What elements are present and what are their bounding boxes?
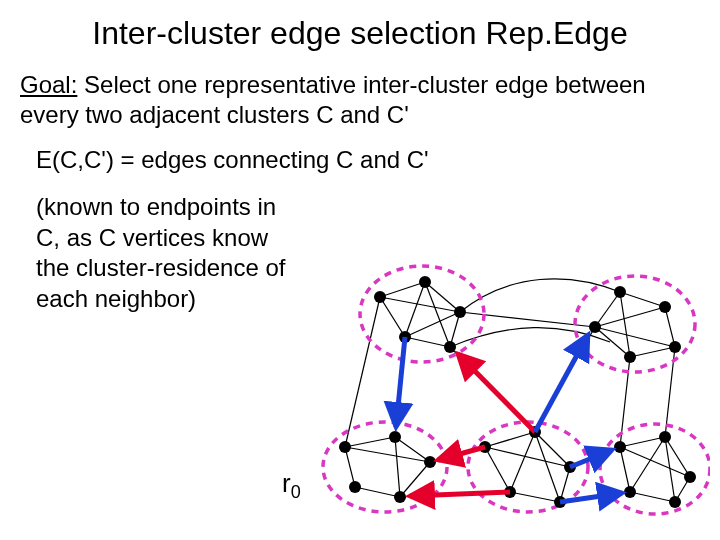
svg-line-24 bbox=[395, 437, 400, 497]
svg-line-2 bbox=[380, 297, 405, 337]
cluster-graph-diagram bbox=[310, 262, 710, 532]
svg-line-20 bbox=[355, 487, 400, 497]
svg-point-68 bbox=[424, 456, 436, 468]
svg-point-55 bbox=[600, 424, 710, 514]
known-note: (known to endpoints in C, as C vertices … bbox=[36, 192, 296, 315]
svg-point-80 bbox=[669, 496, 681, 508]
svg-line-81 bbox=[438, 447, 485, 460]
svg-point-79 bbox=[624, 486, 636, 498]
svg-point-77 bbox=[659, 431, 671, 443]
svg-line-36 bbox=[630, 492, 675, 502]
svg-line-6 bbox=[425, 282, 450, 347]
svg-line-11 bbox=[595, 292, 620, 327]
svg-line-82 bbox=[410, 492, 510, 496]
svg-line-46 bbox=[345, 297, 380, 447]
ecc-definition: E(C,C') = edges connecting C and C' bbox=[36, 146, 700, 174]
goal-text: Select one representative inter-cluster … bbox=[20, 71, 646, 128]
svg-point-76 bbox=[614, 441, 626, 453]
svg-line-16 bbox=[595, 307, 665, 327]
svg-point-57 bbox=[419, 276, 431, 288]
slide-title: Inter-cluster edge selection Rep.Edge bbox=[20, 15, 700, 52]
svg-line-26 bbox=[535, 432, 570, 467]
svg-point-60 bbox=[444, 341, 456, 353]
svg-line-32 bbox=[535, 432, 560, 502]
svg-line-33 bbox=[620, 437, 665, 447]
svg-point-65 bbox=[669, 341, 681, 353]
svg-line-22 bbox=[400, 462, 430, 497]
goal-label: Goal: bbox=[20, 71, 77, 98]
svg-line-84 bbox=[396, 337, 405, 427]
svg-point-58 bbox=[454, 306, 466, 318]
graph-edges bbox=[345, 279, 690, 502]
svg-line-31 bbox=[510, 432, 535, 492]
svg-point-66 bbox=[339, 441, 351, 453]
svg-point-63 bbox=[589, 321, 601, 333]
svg-line-86 bbox=[570, 450, 612, 467]
svg-line-25 bbox=[485, 432, 535, 447]
svg-point-69 bbox=[349, 481, 361, 493]
svg-line-14 bbox=[665, 307, 675, 347]
svg-line-27 bbox=[485, 447, 510, 492]
svg-line-87 bbox=[560, 493, 622, 502]
svg-point-78 bbox=[684, 471, 696, 483]
svg-line-23 bbox=[345, 447, 430, 462]
svg-line-0 bbox=[380, 282, 425, 297]
goal-paragraph: Goal: Select one representative inter-cl… bbox=[20, 70, 700, 130]
svg-line-7 bbox=[380, 297, 460, 312]
svg-line-19 bbox=[345, 447, 355, 487]
svg-point-64 bbox=[624, 351, 636, 363]
svg-line-28 bbox=[510, 492, 560, 502]
svg-point-70 bbox=[394, 491, 406, 503]
svg-point-61 bbox=[614, 286, 626, 298]
svg-line-83 bbox=[458, 354, 535, 432]
r0-label: r0 bbox=[282, 468, 301, 503]
svg-point-62 bbox=[659, 301, 671, 313]
svg-line-13 bbox=[630, 347, 675, 357]
svg-line-3 bbox=[405, 337, 450, 347]
red-arrows bbox=[410, 354, 535, 496]
svg-line-18 bbox=[345, 437, 395, 447]
svg-line-15 bbox=[620, 292, 630, 357]
svg-line-85 bbox=[535, 335, 588, 432]
svg-line-38 bbox=[620, 447, 690, 477]
svg-point-67 bbox=[389, 431, 401, 443]
svg-line-35 bbox=[620, 447, 630, 492]
svg-line-10 bbox=[620, 292, 665, 307]
svg-point-56 bbox=[374, 291, 386, 303]
svg-line-21 bbox=[395, 437, 430, 462]
